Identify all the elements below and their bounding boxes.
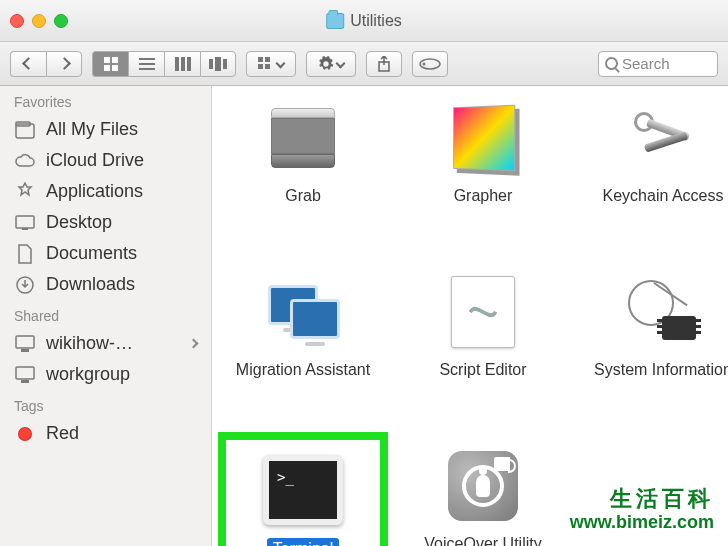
- computer-icon: [14, 334, 36, 354]
- watermark-url: www.bimeiz.com: [570, 512, 714, 534]
- sidebar-item-downloads[interactable]: Downloads: [0, 269, 211, 300]
- watermark: 生活百科 www.bimeiz.com: [570, 486, 714, 534]
- cloud-icon: [14, 151, 36, 171]
- svg-point-19: [423, 62, 426, 65]
- svg-rect-16: [265, 64, 270, 69]
- sidebar-item-label: wikihow-…: [46, 333, 133, 354]
- sidebar-item-all-my-files[interactable]: All My Files: [0, 114, 211, 145]
- folder-icon: [326, 13, 344, 29]
- svg-rect-0: [104, 57, 110, 63]
- svg-rect-22: [16, 216, 34, 228]
- sidebar-item-label: Downloads: [46, 274, 135, 295]
- sidebar: Favorites All My Files iCloud Drive Appl…: [0, 86, 212, 546]
- svg-rect-25: [16, 336, 34, 348]
- app-item-system-information[interactable]: System Information: [578, 270, 728, 440]
- svg-rect-3: [112, 65, 118, 71]
- close-window-button[interactable]: [10, 14, 24, 28]
- app-item-voiceover-utility[interactable]: VoiceOver Utility: [398, 444, 568, 546]
- list-icon: [139, 58, 155, 70]
- tag-icon: [419, 58, 441, 70]
- share-icon: [377, 56, 391, 72]
- share-button[interactable]: [366, 51, 402, 77]
- chevron-right-icon: [189, 339, 199, 349]
- chevron-right-icon: [58, 57, 71, 70]
- svg-rect-11: [215, 57, 221, 71]
- grid-icon: [103, 56, 119, 72]
- terminal-icon: >_: [261, 448, 345, 532]
- svg-rect-5: [139, 63, 155, 65]
- app-item-script-editor[interactable]: Script Editor: [398, 270, 568, 440]
- svg-rect-10: [209, 59, 213, 69]
- icon-view-button[interactable]: [92, 51, 128, 77]
- minimize-window-button[interactable]: [32, 14, 46, 28]
- sidebar-item-label: Desktop: [46, 212, 112, 233]
- sidebar-item-label: workgroup: [46, 364, 130, 385]
- sidebar-item-shared-computer[interactable]: wikihow-…: [0, 328, 211, 359]
- content-area: Grab Grapher Keychain Access Migration A…: [212, 86, 728, 546]
- forward-button[interactable]: [46, 51, 82, 77]
- list-view-button[interactable]: [128, 51, 164, 77]
- applications-icon: [14, 182, 36, 202]
- app-label: Grapher: [454, 186, 513, 205]
- sidebar-item-shared-workgroup[interactable]: workgroup: [0, 359, 211, 390]
- search-icon: [605, 57, 618, 70]
- app-label: Migration Assistant: [236, 360, 370, 379]
- app-item-migration-assistant[interactable]: Migration Assistant: [218, 270, 388, 440]
- traffic-lights: [10, 14, 68, 28]
- sidebar-section-header: Favorites: [0, 86, 211, 114]
- sidebar-item-label: Red: [46, 423, 79, 444]
- column-view-button[interactable]: [164, 51, 200, 77]
- app-item-terminal[interactable]: >_ Terminal: [218, 432, 388, 546]
- watermark-cn: 生活百科: [570, 486, 714, 512]
- voiceover-icon: [441, 444, 525, 528]
- system-information-icon: [621, 270, 705, 354]
- coverflow-view-button[interactable]: [200, 51, 236, 77]
- action-button[interactable]: [306, 51, 356, 77]
- svg-rect-13: [258, 57, 263, 62]
- app-item-keychain-access[interactable]: Keychain Access: [578, 96, 728, 266]
- grab-icon: [261, 96, 345, 180]
- svg-rect-23: [22, 228, 28, 230]
- tag-dot-icon: [14, 424, 36, 444]
- app-label: VoiceOver Utility: [424, 534, 541, 546]
- sidebar-section-header: Tags: [0, 390, 211, 418]
- fullscreen-window-button[interactable]: [54, 14, 68, 28]
- app-label: System Information: [594, 360, 728, 379]
- svg-rect-9: [187, 57, 191, 71]
- sidebar-item-documents[interactable]: Documents: [0, 238, 211, 269]
- keychain-icon: [621, 96, 705, 180]
- app-label: Grab: [285, 186, 321, 205]
- columns-icon: [175, 57, 191, 71]
- sidebar-item-label: iCloud Drive: [46, 150, 144, 171]
- nav-segment: [10, 51, 82, 77]
- sidebar-item-label: All My Files: [46, 119, 138, 140]
- script-editor-icon: [441, 270, 525, 354]
- sidebar-item-tag-red[interactable]: Red: [0, 418, 211, 449]
- sidebar-item-icloud-drive[interactable]: iCloud Drive: [0, 145, 211, 176]
- desktop-icon: [14, 213, 36, 233]
- window-title: Utilities: [326, 12, 402, 30]
- sidebar-item-label: Documents: [46, 243, 137, 264]
- back-button[interactable]: [10, 51, 46, 77]
- svg-rect-7: [175, 57, 179, 71]
- app-item-grab[interactable]: Grab: [218, 96, 388, 266]
- edit-tags-button[interactable]: [412, 51, 448, 77]
- window-titlebar: Utilities: [0, 0, 728, 42]
- svg-rect-12: [223, 59, 227, 69]
- sidebar-item-applications[interactable]: Applications: [0, 176, 211, 207]
- sidebar-section-header: Shared: [0, 300, 211, 328]
- toolbar: Search: [0, 42, 728, 86]
- computer-icon: [14, 365, 36, 385]
- svg-rect-1: [112, 57, 118, 63]
- sidebar-item-desktop[interactable]: Desktop: [0, 207, 211, 238]
- arrange-button[interactable]: [246, 51, 296, 77]
- chevron-down-icon: [336, 59, 346, 69]
- svg-rect-28: [21, 380, 29, 383]
- view-segment: [92, 51, 236, 77]
- arrange-icon: [258, 57, 274, 71]
- search-field[interactable]: Search: [598, 51, 718, 77]
- app-label: Keychain Access: [603, 186, 724, 205]
- app-label: Terminal: [267, 538, 339, 546]
- app-item-grapher[interactable]: Grapher: [398, 96, 568, 266]
- downloads-icon: [14, 275, 36, 295]
